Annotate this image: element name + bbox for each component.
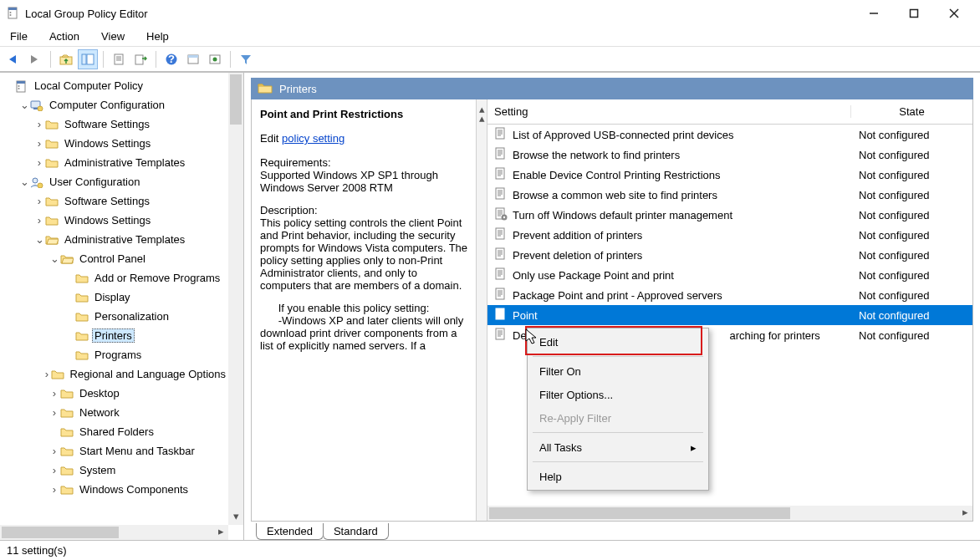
folder-icon — [75, 272, 89, 284]
tree-item-uc[interactable]: ⌄User Configuration — [0, 172, 228, 191]
tree-item-label: Start Menu and Taskbar — [77, 444, 197, 458]
menu-help[interactable]: Help — [143, 28, 172, 44]
expand-arrow-icon[interactable]: › — [33, 156, 45, 169]
expand-arrow-icon[interactable]: ⌄ — [48, 252, 60, 265]
tree-horizontal-scrollbar[interactable]: ◂ ▸ — [0, 525, 228, 540]
setting-row[interactable]: Prevent deletion of printersNot configur… — [487, 245, 972, 265]
tree-item-ws[interactable]: ›Windows Settings — [0, 134, 228, 153]
setting-row[interactable]: Prevent addition of printersNot configur… — [487, 225, 972, 245]
extra-icon-1[interactable] — [183, 49, 203, 69]
svg-rect-23 — [17, 81, 25, 84]
setting-row[interactable]: Only use Package Point and printNot conf… — [487, 265, 972, 285]
scroll-right-icon[interactable]: ▸ — [957, 506, 972, 521]
expand-arrow-icon[interactable]: ⌄ — [33, 233, 45, 246]
help-icon[interactable]: ? — [161, 49, 181, 69]
setting-row[interactable]: Browse the network to find printersNot c… — [487, 145, 972, 165]
detail-header-title: Printers — [279, 83, 317, 95]
setting-row[interactable]: List of Approved USB-connected print dev… — [487, 125, 972, 145]
extra-icon-2[interactable] — [205, 49, 225, 69]
setting-row[interactable]: Enable Device Control Printing Restricti… — [487, 165, 972, 185]
folder-icon — [45, 215, 59, 227]
tree-item-wincomp[interactable]: ›Windows Components — [0, 480, 228, 499]
tree-item-ss[interactable]: ›Software Settings — [0, 191, 228, 211]
scroll-thumb[interactable] — [230, 74, 242, 125]
list-horizontal-scrollbar[interactable]: ◂ ▸ — [487, 506, 972, 521]
expand-arrow-icon[interactable]: › — [48, 483, 60, 496]
expand-arrow-icon[interactable]: › — [48, 464, 60, 476]
tree-item-printers[interactable]: Printers — [0, 326, 228, 345]
scroll-thumb[interactable] — [2, 527, 119, 538]
collapse-handle[interactable]: ▴ ▴ — [476, 99, 487, 521]
setting-name: Enable Device Control Printing Restricti… — [513, 169, 721, 181]
tree-item-at[interactable]: ›Administrative Templates — [0, 153, 228, 172]
filter-icon[interactable] — [236, 49, 256, 69]
tree-item-at[interactable]: ⌄Administrative Templates — [0, 230, 228, 249]
context-all-tasks[interactable]: All Tasks▸ — [528, 435, 708, 459]
tree-item-display[interactable]: Display — [0, 288, 228, 307]
menu-file[interactable]: File — [7, 28, 31, 44]
tree-item-programs[interactable]: Programs — [0, 345, 228, 364]
setting-row[interactable]: PointNot configured — [487, 305, 972, 325]
setting-row[interactable]: Package Point and print - Approved serve… — [487, 285, 972, 305]
tree-vertical-scrollbar[interactable]: ▴ ▾ — [228, 73, 243, 525]
tree-item-shared[interactable]: Shared Folders — [0, 422, 228, 441]
menu-view[interactable]: View — [98, 28, 128, 44]
expand-arrow-icon[interactable]: ⌄ — [18, 99, 30, 111]
folder-icon — [60, 465, 74, 476]
scroll-right-icon[interactable]: ▸ — [213, 525, 228, 540]
tree-item-pers[interactable]: Personalization — [0, 307, 228, 326]
export-icon[interactable] — [130, 49, 151, 69]
tab-extended[interactable]: Extended — [256, 523, 324, 540]
svg-rect-19 — [188, 55, 198, 58]
context-help[interactable]: Help — [528, 465, 708, 488]
expand-arrow-icon[interactable]: › — [33, 195, 45, 207]
minimize-button[interactable] — [861, 5, 886, 22]
policy-setting-link[interactable]: policy setting — [282, 132, 345, 145]
setting-row[interactable]: Browse a common web site to find printer… — [487, 185, 972, 205]
show-hide-tree-icon[interactable] — [78, 49, 98, 69]
policy-title: Point and Print Restrictions — [260, 108, 471, 120]
scroll-down-icon[interactable]: ▾ — [228, 510, 243, 525]
tree-item-startmenu[interactable]: ›Start Menu and Taskbar — [0, 441, 228, 461]
tree-item-label: Regional and Language Options — [68, 367, 228, 381]
tree-item-ws[interactable]: ›Windows Settings — [0, 211, 228, 230]
expand-arrow-icon[interactable]: › — [33, 118, 45, 130]
expand-arrow-icon[interactable]: › — [43, 368, 50, 380]
tree-item-desktop[interactable]: ›Desktop — [0, 384, 228, 403]
tree-item-cc[interactable]: ⌄Computer Configuration — [0, 95, 228, 115]
setting-name-tail: arching for printers — [729, 329, 819, 342]
policy-icon — [494, 207, 508, 223]
expand-arrow-icon[interactable]: › — [48, 406, 60, 419]
expand-arrow-icon[interactable]: › — [33, 214, 45, 227]
back-button[interactable] — [3, 49, 23, 69]
tree-item-label: Control Panel — [77, 252, 148, 266]
expand-arrow-icon[interactable]: › — [48, 445, 60, 457]
expand-arrow-icon[interactable]: › — [48, 387, 60, 400]
tree-item-label: Add or Remove Programs — [92, 271, 222, 285]
tree-item-root[interactable]: Local Computer Policy — [0, 76, 228, 95]
tree-item-ss[interactable]: ›Software Settings — [0, 115, 228, 134]
scroll-thumb[interactable] — [489, 507, 790, 519]
tree-item-arp[interactable]: Add or Remove Programs — [0, 268, 228, 288]
tree-item-cp[interactable]: ⌄Control Panel — [0, 249, 228, 268]
expand-arrow-icon[interactable]: ⌄ — [18, 176, 30, 188]
maximize-button[interactable] — [901, 5, 926, 22]
tree-item-system[interactable]: ›System — [0, 461, 228, 480]
menu-action[interactable]: Action — [46, 28, 83, 44]
column-setting[interactable]: Setting — [487, 105, 850, 118]
tree-item-regional[interactable]: ›Regional and Language Options — [0, 364, 228, 384]
expand-arrow-icon[interactable]: › — [33, 137, 45, 150]
tab-standard[interactable]: Standard — [323, 523, 389, 540]
policy-icon — [494, 187, 508, 203]
setting-row[interactable]: Turn off Windows default printer managem… — [487, 205, 972, 225]
requirements-label: Requirements: — [260, 156, 471, 169]
context-filter-on[interactable]: Filter On — [528, 359, 708, 383]
context-edit[interactable]: Edit — [528, 330, 708, 354]
close-button[interactable] — [942, 5, 967, 22]
context-filter-options[interactable]: Filter Options... — [528, 383, 708, 406]
column-state[interactable]: State — [850, 105, 972, 118]
properties-icon[interactable] — [109, 49, 129, 69]
tree-item-network[interactable]: ›Network — [0, 403, 228, 422]
forward-button[interactable] — [25, 49, 45, 69]
up-icon[interactable] — [56, 49, 76, 69]
